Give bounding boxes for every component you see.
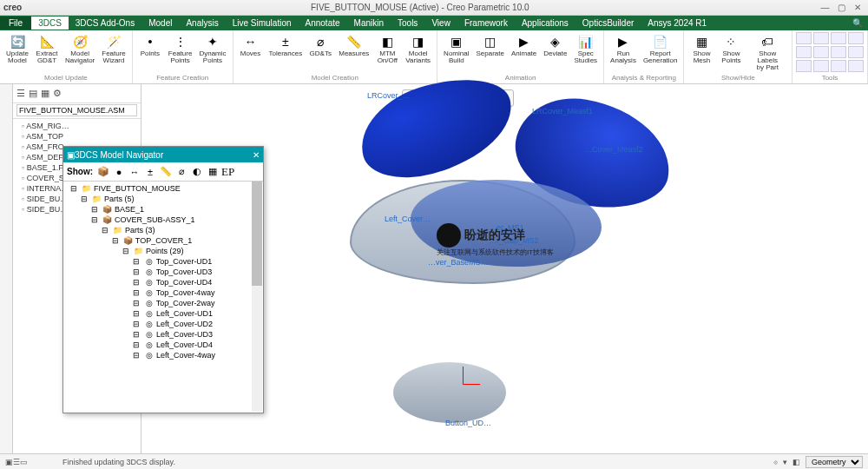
tab-manikin[interactable]: Manikin	[347, 17, 391, 30]
tool-icon[interactable]	[796, 46, 812, 58]
tree-filter-input[interactable]	[16, 104, 137, 116]
tool-icon[interactable]	[796, 60, 812, 72]
feature-points-button[interactable]: ⋮Feature Points	[166, 32, 195, 65]
tab-view[interactable]: View	[424, 17, 457, 30]
points-button[interactable]: •Points	[136, 32, 164, 65]
nav-show-icon[interactable]: ◐	[190, 165, 204, 179]
nav-tree-node[interactable]: ⊟ 📁 Points (29)	[65, 246, 261, 256]
update-model-button[interactable]: 🔄Update Model	[3, 32, 31, 65]
status-icon[interactable]: ▭	[20, 458, 28, 466]
nominal-build-button[interactable]: ▣Nominal Build	[441, 32, 471, 65]
tree-tool-icon[interactable]: ▦	[41, 88, 49, 99]
nav-tree-node[interactable]: ⊟ 📦 COVER_SUB-ASSY_1	[65, 215, 261, 225]
model-navigator-dialog[interactable]: ▣ 3DCS Model Navigator ✕ Show: 📦 ● ↔ ± 📏…	[62, 146, 264, 413]
tool-icon[interactable]	[831, 32, 846, 44]
navigator-tree[interactable]: ⊟ 📁 FIVE_BUTTON_MOUSE⊟ 📁 Parts (5)⊟ 📦 BA…	[63, 182, 263, 413]
nav-tree-node[interactable]: ⊟ ◎ Left_Cover-UD4	[65, 340, 261, 350]
nav-tree-node[interactable]: ⊟ ◎ Top_Cover-UD4	[65, 277, 261, 287]
scrollbar-thumb[interactable]	[252, 182, 262, 286]
tab-analysis[interactable]: Analysis	[179, 17, 225, 30]
measures-button[interactable]: 📏Measures	[336, 32, 372, 65]
tab-opticsbuilder[interactable]: OpticsBuilder	[575, 17, 641, 30]
nav-tree-node[interactable]: ⊟ 📁 Parts (3)	[65, 225, 261, 235]
nav-show-icon[interactable]: ↔	[128, 165, 141, 179]
tab-3dcs[interactable]: 3DCS	[31, 17, 69, 30]
tab-model[interactable]: Model	[141, 17, 179, 30]
tree-tool-icon[interactable]: ☰	[16, 88, 25, 99]
nav-tree-node[interactable]: ⊟ 📁 Parts (5)	[65, 194, 261, 204]
nav-tree-node[interactable]: ⊟ ◎ Top_Cover-UD3	[65, 267, 261, 277]
model-variants-button[interactable]: ◨Model Variants	[403, 32, 433, 65]
animate-button[interactable]: ▶Animate	[509, 32, 539, 65]
tool-icon[interactable]	[813, 32, 829, 44]
close-icon[interactable]: ✕	[253, 150, 260, 160]
model-navigator-button[interactable]: 🧭Model Navigator	[62, 32, 97, 65]
nav-show-icon[interactable]: 📏	[159, 165, 173, 179]
status-tool-icon[interactable]: ⟐	[773, 458, 778, 466]
mtm-on/off-button[interactable]: ◧MTM On/Off	[373, 32, 401, 65]
tab-ansys-2024-r1[interactable]: Ansys 2024 R1	[641, 17, 713, 30]
feature-wizard-button[interactable]: 🪄Feature Wizard	[99, 32, 128, 65]
ribbon-icon: ↔	[242, 33, 260, 50]
nav-show-icon[interactable]: ⌀	[174, 165, 188, 179]
nav-show-icon[interactable]: ±	[143, 165, 157, 179]
tab-live-simulation[interactable]: Live Simulation	[226, 17, 299, 30]
tree-item[interactable]: ASM_TOP	[15, 131, 139, 142]
nav-tree-node[interactable]: ⊟ ◎ Left_Cover-UD3	[65, 329, 261, 340]
tool-icon[interactable]	[831, 60, 846, 72]
separate-button[interactable]: ◫Separate	[473, 32, 506, 65]
gd&ts-button[interactable]: ⌀GD&Ts	[306, 32, 334, 65]
tool-icon[interactable]	[813, 60, 829, 72]
spec-studies-button[interactable]: 📊Spec Studies	[571, 32, 600, 65]
show labels-by part-button[interactable]: 🏷Show Labels by Part	[746, 32, 788, 72]
selection-filter[interactable]: Geometry	[806, 456, 863, 468]
tab-annotate[interactable]: Annotate	[299, 17, 347, 30]
status-tool-icon[interactable]: ◧	[792, 458, 800, 466]
tool-icon[interactable]	[848, 46, 864, 58]
nav-tree-node[interactable]: ⊟ 📁 FIVE_BUTTON_MOUSE	[65, 183, 261, 194]
tool-icon[interactable]	[796, 32, 812, 44]
tab-tools[interactable]: Tools	[391, 17, 424, 30]
nav-tree-node[interactable]: ⊟ ◎ Left_Cover-UD2	[65, 319, 261, 329]
nav-show-icon[interactable]: ●	[112, 165, 126, 179]
nav-tree-node[interactable]: ⊟ ◎ Top_Cover-4way	[65, 287, 261, 298]
annotation: Left_Cover…	[385, 215, 431, 223]
tab-framework[interactable]: Framework	[457, 17, 515, 30]
nav-tree-node[interactable]: ⊟ 📦 TOP_COVER_1	[65, 235, 261, 246]
nav-tree-node[interactable]: ⊟ ◎ Left_Cover-UD1	[65, 308, 261, 319]
tool-icon[interactable]	[848, 32, 864, 44]
status-icon[interactable]: ▣	[5, 458, 13, 466]
run-analysis-button[interactable]: ▶Run Analysis	[608, 32, 639, 65]
tree-tool-icon[interactable]: ⚙	[53, 88, 62, 99]
nav-show-icon[interactable]: ▦	[206, 165, 220, 179]
nav-tree-node[interactable]: ⊟ ◎ Top_Cover-UD1	[65, 256, 261, 267]
tool-icon[interactable]	[848, 60, 864, 72]
maximize-button[interactable]: ▢	[834, 3, 848, 12]
tree-item[interactable]: ASM_RIG…	[15, 121, 139, 131]
tab-3dcs-add-ons[interactable]: 3DCS Add-Ons	[69, 17, 141, 30]
minimize-button[interactable]: —	[818, 3, 832, 12]
nav-tree-node[interactable]: ⊟ ◎ Top_Cover-2way	[65, 298, 261, 308]
tree-tool-icon[interactable]: ▤	[29, 88, 37, 99]
status-icon[interactable]: ☰	[13, 458, 20, 466]
nav-tree-node[interactable]: ⊟ ◎ Left_Cover-4way	[65, 350, 261, 360]
status-tool-icon[interactable]: ▾	[783, 458, 787, 466]
nav-show-icon[interactable]: 📦	[96, 165, 110, 179]
file-menu[interactable]: File	[0, 17, 31, 30]
tolerances-button[interactable]: ±Tolerances	[266, 32, 306, 65]
extract-gd&t-button[interactable]: 📐Extract GD&T	[33, 32, 61, 65]
dynamic-points-button[interactable]: ✦Dynamic Points	[196, 32, 228, 65]
report-generation-button[interactable]: 📄Report Generation	[641, 32, 681, 65]
show-points-button[interactable]: ⁘Show Points	[717, 32, 745, 72]
show-mesh-button[interactable]: ▦Show Mesh	[687, 32, 715, 72]
nav-ep-label[interactable]: EP	[221, 165, 234, 179]
tool-icon[interactable]	[831, 46, 846, 58]
deviate-button[interactable]: ◈Deviate	[541, 32, 569, 65]
tool-icon[interactable]	[813, 46, 829, 58]
search-icon[interactable]: 🔍	[852, 18, 863, 28]
close-button[interactable]: ✕	[851, 3, 865, 12]
nav-tree-node[interactable]: ⊟ 📦 BASE_1	[65, 204, 261, 215]
moves-button[interactable]: ↔Moves	[237, 32, 265, 65]
tab-applications[interactable]: Applications	[515, 17, 575, 30]
ribbon-group-label: Model Update	[3, 73, 128, 82]
